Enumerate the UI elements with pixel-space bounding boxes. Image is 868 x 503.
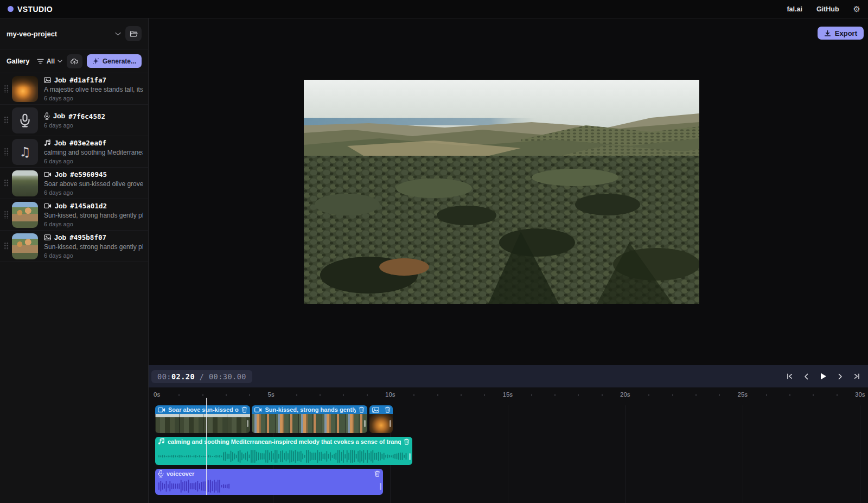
- open-folder-button[interactable]: [125, 26, 142, 41]
- video-clip[interactable]: Sun-kissed, strong hands gently plu: [252, 405, 367, 433]
- clip-resize-handle[interactable]: [409, 453, 411, 460]
- image-icon: [44, 77, 51, 83]
- ruler-tick-dot: [602, 394, 603, 396]
- generate-button[interactable]: Generate...: [87, 54, 142, 68]
- skip-to-end-button[interactable]: [851, 371, 863, 383]
- ruler-tick-dot: [484, 394, 485, 396]
- video-preview[interactable]: [304, 80, 699, 304]
- link-github[interactable]: GitHub: [816, 5, 839, 13]
- chevron-down-icon[interactable]: [115, 32, 121, 36]
- export-button[interactable]: Export: [818, 27, 864, 40]
- delete-clip-button[interactable]: [359, 406, 365, 413]
- drag-handle-icon[interactable]: [4, 211, 9, 219]
- filter-dropdown[interactable]: All: [37, 58, 62, 65]
- video-clip[interactable]: A: [369, 405, 393, 433]
- music-clip[interactable]: calming and soothing Mediterranean-inspi…: [155, 437, 412, 465]
- job-timestamp: 6 days ago: [44, 95, 148, 101]
- chevron-left-icon: [803, 373, 809, 380]
- job-description: Sun-kissed, strong hands gently pluck…: [44, 212, 143, 219]
- ruler-tick-dot: [813, 394, 814, 396]
- delete-clip-button[interactable]: [404, 438, 410, 445]
- skip-to-start-button[interactable]: [783, 371, 795, 383]
- gallery-header: Gallery All Generate...: [0, 49, 148, 73]
- drag-handle-icon[interactable]: [4, 85, 9, 93]
- ruler-tick-dot: [226, 394, 227, 396]
- ruler-tick-dot: [202, 394, 203, 396]
- timeline-tracks[interactable]: 0s5s10s15s20s25s30sSoar above sun-kissed…: [149, 387, 868, 503]
- app-title: VSTUDIO: [17, 5, 53, 14]
- link-fal-ai[interactable]: fal.ai: [787, 5, 802, 13]
- delete-clip-button[interactable]: [241, 406, 247, 413]
- time-current-prefix: 00:: [157, 372, 171, 381]
- ruler-tick-dot: [578, 394, 579, 396]
- job-timestamp: 6 days ago: [44, 221, 148, 227]
- ruler-grid-line: [625, 405, 626, 503]
- delete-clip-button[interactable]: [385, 406, 391, 413]
- upload-button[interactable]: [67, 54, 82, 68]
- job-timestamp: 6 days ago: [44, 189, 148, 196]
- preview-area: Export: [149, 18, 868, 365]
- voiceover-clip[interactable]: voiceover: [155, 469, 383, 495]
- delete-clip-button[interactable]: [374, 470, 380, 477]
- play-button[interactable]: [817, 371, 829, 383]
- ruler-tick-dot: [343, 394, 344, 396]
- music-icon: [44, 139, 51, 147]
- clip-label: voiceover: [167, 470, 372, 477]
- ruler-tick-dot: [531, 394, 532, 396]
- playhead[interactable]: [206, 398, 207, 495]
- ruler-tick-dot: [648, 394, 649, 396]
- app-logo: VSTUDIO: [8, 5, 53, 14]
- drag-handle-icon[interactable]: [4, 179, 9, 187]
- clip-resize-handle[interactable]: [390, 420, 391, 427]
- ruler-tick-dot: [554, 394, 556, 396]
- job-list-item[interactable]: Job #495b8f07Sun-kissed, strong hands ge…: [0, 231, 148, 262]
- drag-handle-icon[interactable]: [4, 148, 9, 156]
- ruler-tick-dot: [437, 394, 438, 396]
- list-filter-icon: [37, 59, 44, 64]
- cloud-upload-icon: [71, 58, 78, 65]
- ruler-label: 30s: [855, 391, 868, 398]
- ruler-tick-dot: [296, 394, 297, 396]
- clip-label: calming and soothing Mediterranean-inspi…: [168, 438, 401, 445]
- job-timestamp: 6 days ago: [44, 122, 148, 129]
- clip-filmstrip: [252, 414, 367, 433]
- video-icon: [44, 171, 52, 177]
- ruler-tick-dot: [837, 394, 838, 396]
- step-forward-button[interactable]: [834, 371, 846, 383]
- clip-header: voiceover: [155, 469, 383, 478]
- job-list-item[interactable]: Job #7f6c45826 days ago: [0, 105, 148, 136]
- image-icon: [372, 407, 379, 413]
- step-back-button[interactable]: [800, 371, 812, 383]
- video-clip[interactable]: Soar above sun-kissed olive: [155, 405, 250, 433]
- logo-dot-icon: [8, 6, 14, 12]
- ruler-label: 5s: [268, 391, 282, 398]
- clip-header: calming and soothing Mediterranean-inspi…: [155, 437, 412, 446]
- project-selector[interactable]: my-veo-project: [0, 18, 148, 49]
- job-list-item[interactable]: Job #145a01d2Sun-kissed, strong hands ge…: [0, 199, 148, 231]
- clip-resize-handle[interactable]: [380, 483, 381, 490]
- job-thumbnail[interactable]: [12, 202, 38, 228]
- job-description: calming and soothing Mediterranean-…: [44, 149, 143, 156]
- job-list-item[interactable]: Job #d1af1fa7A majestic olive tree stand…: [0, 73, 148, 105]
- job-thumbnail[interactable]: [12, 233, 38, 259]
- clip-resize-handle[interactable]: [364, 420, 366, 427]
- job-list-item[interactable]: ♫Job #03e2ea0fcalming and soothing Medit…: [0, 136, 148, 168]
- clip-resize-handle[interactable]: [247, 420, 248, 427]
- time-total: / 00:30.00: [195, 372, 246, 381]
- clip-header: Sun-kissed, strong hands gently plu: [252, 405, 367, 414]
- job-title: Job #03e2ea0f: [44, 139, 148, 147]
- drag-handle-icon[interactable]: [4, 116, 9, 124]
- audio-waveform: [157, 449, 410, 463]
- job-thumbnail[interactable]: [12, 107, 38, 133]
- play-icon: [819, 372, 827, 380]
- skip-end-icon: [853, 373, 860, 380]
- settings-gear-icon[interactable]: ⚙: [853, 5, 860, 13]
- job-list-item[interactable]: Job #e5960945Soar above sun-kissed olive…: [0, 168, 148, 199]
- ruler-grid-line: [860, 405, 860, 503]
- job-thumbnail[interactable]: [12, 76, 38, 102]
- ruler-tick-dot: [461, 394, 462, 396]
- job-thumbnail[interactable]: ♫: [12, 139, 38, 165]
- job-description: Soar above sun-kissed olive groves,…: [44, 180, 143, 188]
- job-thumbnail[interactable]: [12, 170, 38, 196]
- drag-handle-icon[interactable]: [4, 242, 9, 250]
